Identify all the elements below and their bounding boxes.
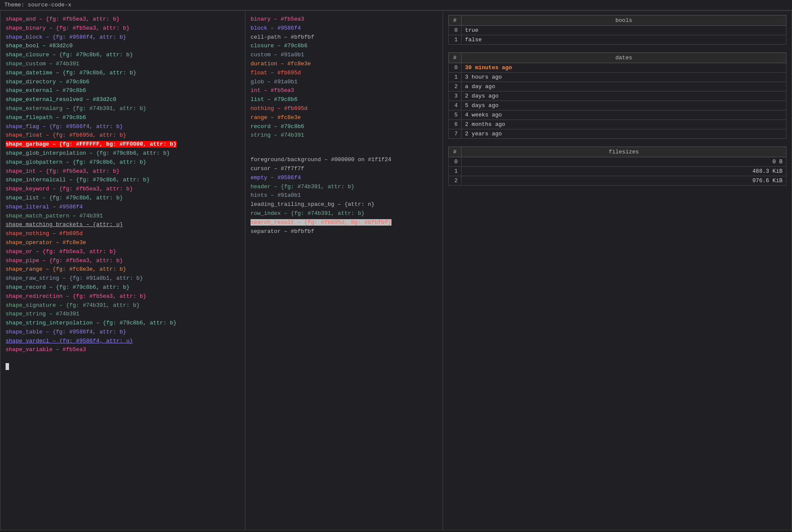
table-row: 54 weeks ago (449, 110, 786, 120)
list-item: shape_block – {fg: #9586f4, attr: b} (6, 33, 240, 42)
table-row: 32 days ago (449, 92, 786, 101)
table-row: 00 B (449, 157, 786, 167)
list-item-garbage: shape_garbage – {fg: #FFFFFF, bg: #FF000… (6, 140, 240, 149)
list-item: foreground/background – #000000 on #1f1f… (251, 156, 437, 165)
col-right: # bools 0true1false # dates 030 minutes … (443, 11, 792, 530)
theme-label: Theme: source-code-x (4, 2, 71, 8)
list-item: shape_binary – {fg: #fb5ea3, attr: b} (6, 24, 240, 33)
list-item-search-result: search_result – {fg: #fb695d, bg: #bfbfb… (251, 218, 437, 227)
list-item: shape_nothing – #fb695d (6, 229, 240, 238)
dates-val-header: dates (462, 53, 786, 63)
list-item: custom – #91a0b1 (251, 51, 437, 60)
list-item: shape_string_interpolation – {fg: #79c8b… (6, 319, 240, 328)
list-item: hints – #91a0b1 (251, 191, 437, 200)
list-item: shape_flag – {fg: #9586f4, attr: b} (6, 122, 240, 131)
dates-table: # dates 030 minutes ago13 hours ago2a da… (448, 52, 786, 139)
list-item: binary – #fb5ea3 (251, 15, 437, 24)
list-item: shape_glob_interpolation – {fg: #79c8b6,… (6, 149, 240, 158)
list-item: glob – #91a0b1 (251, 78, 437, 87)
list-item: range – #fc8e3e (251, 113, 437, 122)
list-item: shape_vardecl – {fg: #9586f4, attr: u} (6, 337, 240, 346)
list-item: shape_float – {fg: #fb695d, attr: b} (6, 131, 240, 140)
table-row: 2976.6 KiB (449, 176, 786, 186)
list-item: int – #fb5ea3 (251, 86, 437, 95)
list-item: shape_record – {fg: #79c8b6, attr: b} (6, 283, 240, 292)
list-item: leading_trailing_space_bg – {attr: n} (251, 200, 437, 209)
list-item: shape_globpattern – {fg: #79c8b6, attr: … (6, 158, 240, 167)
list-item: record – #79c8b6 (251, 122, 437, 131)
dates-hash-header: # (449, 53, 462, 63)
list-item: shape_filepath – #79c8b6 (6, 113, 240, 122)
list-item: shape_operator – #fc8e3e (6, 238, 240, 248)
list-item: duration – #fc8e3e (251, 60, 437, 69)
list-item: shape_table – {fg: #9586f4, attr: b} (6, 328, 240, 337)
list-item: shape_external_resolved – #83d2c0 (6, 95, 240, 104)
list-item: shape_literal – #9586f4 (6, 203, 240, 212)
list-item: shape_or – {fg: #fb5ea3, attr: b} (6, 248, 240, 257)
table-row: 62 months ago (449, 120, 786, 129)
bools-hash-header: # (449, 15, 462, 26)
list-item: shape_internalcall – {fg: #79c8b6, attr:… (6, 176, 240, 185)
bools-val-header: bools (462, 15, 786, 26)
col-middle: binary – #fb5ea3 block – #9586f4 cell-pa… (245, 11, 443, 530)
table-row: 45 days ago (449, 101, 786, 110)
table-row: 72 years ago (449, 129, 786, 139)
filesizes-hash-header: # (449, 147, 462, 157)
list-item: empty – #9586f4 (251, 174, 437, 183)
list-item: cell-path – #bfbfbf (251, 33, 437, 42)
list-item: shape_variable – #fb5ea3 (6, 345, 240, 355)
list-item: float – #fb695d (251, 69, 437, 78)
filesizes-table: # filesizes 00 B1488.3 KiB2976.6 KiB (448, 147, 786, 186)
list-item: shape_closure – {fg: #79c8b6, attr: b} (6, 51, 240, 60)
table-row: 1488.3 KiB (449, 167, 786, 176)
table-row: 13 hours ago (449, 73, 786, 82)
list-item: shape_raw_string – {fg: #91a0b1, attr: b… (6, 274, 240, 283)
col-left: shape_and – {fg: #fb5ea3, attr: b} shape… (0, 11, 245, 530)
list-item: shape_custom – #74b391 (6, 60, 240, 69)
main-container: shape_and – {fg: #fb5ea3, attr: b} shape… (0, 10, 792, 530)
table-row: 0true (449, 26, 786, 35)
list-item: shape_externalarg – {fg: #74b391, attr: … (6, 104, 240, 113)
filesizes-val-header: filesizes (462, 147, 786, 157)
table-row: 2a day ago (449, 82, 786, 92)
table-row: 1false (449, 35, 786, 45)
bools-table: # bools 0true1false (448, 15, 786, 45)
list-item: shape_redirection – {fg: #fb5ea3, attr: … (6, 292, 240, 301)
list-item: shape_list – {fg: #79c8b6, attr: b} (6, 194, 240, 203)
list-item: header – {fg: #74b391, attr: b} (251, 183, 437, 192)
list-item: shape_keyword – {fg: #fb5ea3, attr: b} (6, 185, 240, 194)
list-item: shape_datetime – {fg: #79c8b6, attr: b} (6, 69, 240, 78)
list-item: row_index – {fg: #74b391, attr: b} (251, 209, 437, 218)
list-item: shape_external – #79c8b6 (6, 86, 240, 95)
list-item: shape_range – {fg: #fc8e3e, attr: b} (6, 265, 240, 274)
table-row: 030 minutes ago (449, 63, 786, 73)
list-item: shape_pipe – {fg: #fb5ea3, attr: b} (6, 257, 240, 266)
list-item: block – #9586f4 (251, 24, 437, 33)
list-item: shape_bool – #83d2c0 (6, 42, 240, 51)
theme-bar: Theme: source-code-x (0, 0, 792, 10)
list-item: shape_match_pattern – #74b391 (6, 212, 240, 221)
list-item: list – #79c8b6 (251, 95, 437, 104)
list-item: shape_directory – #79c8b6 (6, 78, 240, 87)
list-item: shape_string – #74b391 (6, 310, 240, 319)
list-item: shape_and – {fg: #fb5ea3, attr: b} (6, 15, 240, 24)
list-item: shape_signature – {fg: #74b391, attr: b} (6, 301, 240, 310)
list-item: shape_matching_brackets – {attr: u} (6, 220, 240, 229)
list-item: nothing – #fb695d (251, 104, 437, 113)
list-item: cursor – #7f7f7f (251, 165, 437, 174)
list-item: string – #74b391 (251, 131, 437, 140)
list-item: shape_int – {fg: #fb5ea3, attr: b} (6, 167, 240, 176)
list-item: separator – #bfbfbf (251, 227, 437, 236)
list-item: closure – #79c8b6 (251, 42, 437, 51)
